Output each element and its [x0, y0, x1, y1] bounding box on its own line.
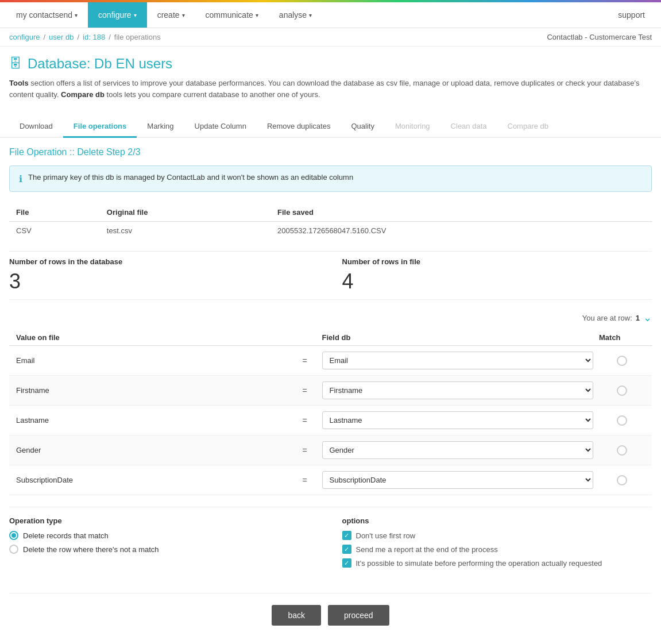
label-simulate: It's possible to simulate before perform… [356, 559, 602, 568]
match-circle-subscriptiondate[interactable] [617, 475, 627, 485]
mapping-equals-3: = [293, 446, 316, 455]
mapping-select-firstname[interactable]: EmailFirstnameLastnameGenderSubscription… [322, 381, 594, 399]
label-delete-match: Delete records that match [23, 531, 109, 540]
file-rows-value: 4 [342, 269, 652, 294]
chevron-down-icon[interactable]: ⌄ [643, 311, 652, 324]
breadcrumb-configure[interactable]: configure [9, 33, 40, 41]
label-delete-no-match: Delete the row where there's not a match [23, 545, 159, 554]
mapping-equals-1: = [293, 386, 316, 395]
mapping-value-lastname: Lastname [16, 416, 288, 425]
mapping-select-subscriptiondate[interactable]: EmailFirstnameLastnameGenderSubscription… [322, 471, 594, 489]
radio-delete-match[interactable] [9, 531, 18, 540]
db-rows-value: 3 [9, 269, 319, 294]
tab-quality[interactable]: Quality [341, 116, 384, 138]
database-icon: 🗄 [9, 56, 22, 71]
tab-monitoring: Monitoring [385, 116, 440, 138]
original-filename: test.csv [100, 222, 270, 240]
match-circle-gender[interactable] [617, 445, 627, 456]
radio-delete-no-match[interactable] [9, 545, 18, 554]
breadcrumb-user-db[interactable]: user db [49, 33, 74, 41]
info-box: ℹ The primary key of this db is managed … [9, 165, 652, 192]
info-icon: ℹ [19, 173, 22, 184]
row-indicator: You are at row: 1 ⌄ [9, 311, 652, 324]
db-rows-stat: Number of rows in the database 3 [9, 257, 319, 294]
nav-configure[interactable]: configure ▾ [88, 2, 147, 28]
page-description: Tools section offers a list of services … [9, 78, 652, 100]
operation-delete-no-match[interactable]: Delete the row where there's not a match [9, 545, 319, 554]
mapping-select-email[interactable]: EmailFirstnameLastnameGenderSubscription… [322, 352, 594, 369]
operation-delete-match[interactable]: Delete records that match [9, 531, 319, 540]
nav-configure-caret: ▾ [134, 12, 137, 18]
mapping-value-subscriptiondate: SubscriptionDate [16, 476, 288, 484]
col-match: Match [599, 333, 645, 342]
breadcrumb-id[interactable]: id: 188 [83, 33, 105, 41]
stats-row: Number of rows in the database 3 Number … [9, 251, 652, 300]
match-circle-lastname[interactable] [617, 415, 627, 426]
match-circle-firstname[interactable] [617, 385, 627, 396]
mapping-row-subscriptiondate: SubscriptionDate = EmailFirstnameLastnam… [9, 465, 652, 495]
page-header: 🗄 Database: Db EN users Tools section of… [0, 47, 661, 105]
match-radio-lastname [599, 415, 645, 426]
checkbox-dont-use-first-row[interactable] [342, 531, 351, 540]
content-area: File Operation :: Delete Step 2/3 ℹ The … [0, 138, 661, 644]
tabs-bar: Download File operations Marking Update … [0, 116, 661, 138]
nav-create-caret: ▾ [182, 12, 185, 18]
file-type: CSV [9, 222, 100, 240]
back-button[interactable]: back [272, 605, 321, 626]
file-rows-stat: Number of rows in file 4 [342, 257, 652, 294]
mapping-value-email: Email [16, 356, 288, 365]
options-title: options [342, 516, 652, 525]
match-circle-email[interactable] [617, 356, 627, 366]
mapping-row-gender: Gender = EmailFirstnameLastnameGenderSub… [9, 435, 652, 465]
nav-support: support [608, 2, 655, 28]
checkbox-simulate[interactable] [342, 558, 351, 568]
mapping-equals-0: = [293, 356, 316, 365]
operation-type-group: Operation type Delete records that match… [9, 516, 319, 572]
nav-analyse[interactable]: analyse ▾ [269, 2, 322, 28]
match-radio-gender [599, 445, 645, 456]
checkbox-send-report[interactable] [342, 545, 351, 554]
mapping-equals-4: = [293, 476, 316, 485]
file-info-row: CSV test.csv 2005532.1726568047.5160.CSV [9, 222, 652, 240]
nav-communicate-caret: ▾ [256, 12, 258, 18]
action-buttons: back proceed [9, 593, 652, 637]
tab-marking[interactable]: Marking [137, 116, 184, 138]
saved-filename: 2005532.1726568047.5160.CSV [270, 222, 652, 240]
operation-type-title: Operation type [9, 516, 319, 525]
file-info-table: File Original file File saved CSV test.c… [9, 203, 652, 240]
mapping-row-firstname: Firstname = EmailFirstnameLastnameGender… [9, 376, 652, 406]
nav-communicate[interactable]: communicate ▾ [195, 2, 269, 28]
nav-my-contactsend[interactable]: my contactsend ▾ [6, 2, 88, 28]
nav-analyse-caret: ▾ [309, 12, 312, 18]
col-field-db: Field db [322, 333, 594, 342]
tab-download[interactable]: Download [9, 116, 63, 138]
row-indicator-label: You are at row: [582, 314, 632, 322]
tenant-name: Contactlab - Customercare Test [547, 33, 652, 41]
info-message: The primary key of this db is managed by… [28, 173, 353, 182]
match-radio-email [599, 356, 645, 366]
proceed-button[interactable]: proceed [328, 605, 389, 626]
option-send-report[interactable]: Send me a report at the end of the proce… [342, 545, 652, 554]
option-dont-use-first-row[interactable]: Don't use first row [342, 531, 652, 540]
tab-remove-duplicates[interactable]: Remove duplicates [257, 116, 341, 138]
file-header-file: File [9, 203, 100, 222]
tab-clean-data: Clean data [440, 116, 497, 138]
label-dont-use-first-row: Don't use first row [356, 531, 416, 540]
mapping-header: Value on file Field db Match [9, 330, 652, 346]
mapping-select-lastname[interactable]: EmailFirstnameLastnameGenderSubscription… [322, 411, 594, 429]
tab-update-column[interactable]: Update Column [184, 116, 257, 138]
nav-create[interactable]: create ▾ [147, 2, 195, 28]
row-number: 1 [636, 314, 640, 322]
col-equals [293, 333, 316, 342]
bottom-options: Operation type Delete records that match… [9, 507, 652, 581]
file-header-original: Original file [100, 203, 270, 222]
mapping-row-lastname: Lastname = EmailFirstnameLastnameGenderS… [9, 406, 652, 435]
tab-compare-db: Compare db [497, 116, 559, 138]
col-value-on-file: Value on file [16, 333, 288, 342]
mapping-select-gender[interactable]: EmailFirstnameLastnameGenderSubscription… [322, 441, 594, 459]
options-group: options Don't use first row Send me a re… [342, 516, 652, 572]
tab-file-operations[interactable]: File operations [63, 116, 137, 138]
step-header: File Operation :: Delete Step 2/3 [9, 147, 652, 157]
breadcrumb-bar: configure / user db / id: 188 / file ope… [0, 28, 661, 47]
option-simulate[interactable]: It's possible to simulate before perform… [342, 558, 652, 568]
